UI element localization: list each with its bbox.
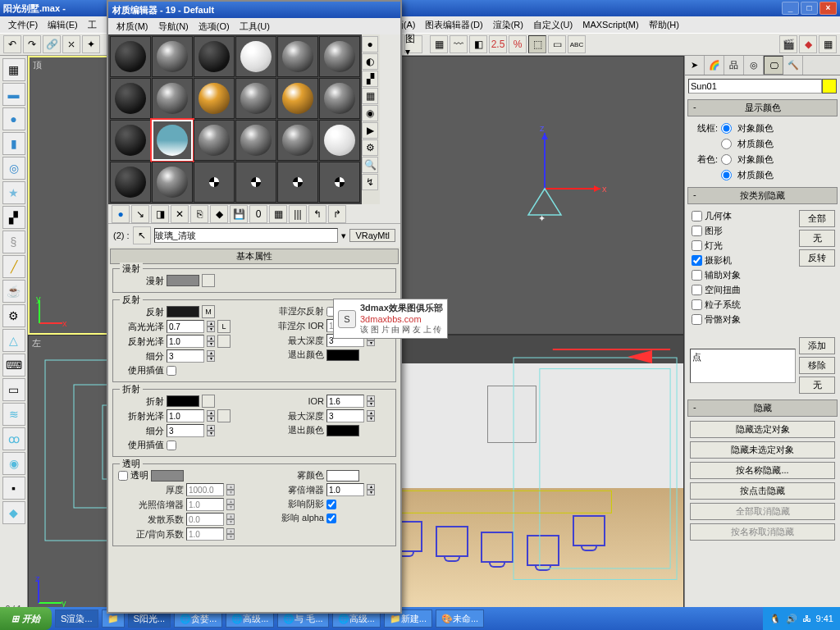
line-icon[interactable]: ╱	[2, 255, 25, 278]
object-name-field[interactable]	[688, 79, 822, 94]
make-unique-icon[interactable]: ◆	[210, 205, 228, 223]
snap-angle-icon[interactable]: 2.5	[489, 35, 507, 53]
slot[interactable]	[319, 120, 360, 161]
curve-editor-icon[interactable]: 〰	[450, 35, 468, 53]
tab-display-icon[interactable]: 🖵	[764, 56, 783, 75]
menu-help[interactable]: 帮助(H)	[644, 19, 684, 31]
diffuse-map-button[interactable]	[202, 274, 215, 287]
hide-byhit-button[interactable]: 按点击隐藏	[690, 482, 835, 500]
slot[interactable]	[152, 36, 193, 77]
put-to-lib-icon[interactable]: 💾	[230, 205, 248, 223]
wire-matcolor-radio[interactable]	[721, 139, 732, 149]
show-map-icon[interactable]: ▦	[269, 205, 287, 223]
close-button[interactable]: ×	[819, 2, 837, 15]
link-icon[interactable]: 🔗	[43, 35, 61, 53]
menu-render[interactable]: 渲染(R)	[488, 19, 528, 31]
slot[interactable]	[277, 162, 318, 203]
snap-toggle-icon[interactable]: ⬚	[528, 35, 546, 53]
reflect-color-swatch[interactable]	[167, 306, 199, 317]
sample-uv-icon[interactable]: ▦	[362, 88, 378, 104]
refl-subdiv-spinner[interactable]: 3	[167, 349, 204, 363]
rglossy-spinner[interactable]: 1.0	[167, 335, 204, 348]
slot[interactable]	[235, 36, 276, 77]
helix-icon[interactable]: §	[2, 231, 25, 253]
slot[interactable]	[194, 36, 235, 77]
capsule-icon[interactable]: ◉	[2, 452, 25, 475]
slot[interactable]	[110, 78, 151, 119]
backlight-icon[interactable]: ◐	[362, 53, 378, 70]
menu-file[interactable]: 文件(F)	[3, 19, 43, 31]
plane-icon[interactable]: ▭	[2, 378, 25, 401]
shade-matcolor-radio[interactable]	[721, 170, 732, 180]
cat-light-check[interactable]	[692, 240, 702, 251]
slot[interactable]	[319, 36, 360, 77]
refr-exit-swatch[interactable]	[326, 425, 359, 436]
task-item[interactable]: 🎨 未命...	[436, 609, 484, 628]
slot[interactable]	[194, 162, 235, 203]
transl-color-swatch[interactable]	[151, 470, 184, 482]
diffuse-color-swatch[interactable]	[167, 275, 199, 286]
rollout-basic-params[interactable]: 基本属性	[110, 249, 399, 264]
layer-icon[interactable]: ▦	[430, 35, 448, 53]
slot-selected[interactable]	[152, 120, 193, 161]
refl-interp-check[interactable]	[167, 366, 176, 376]
rollout-display-color[interactable]: -显示颜色	[687, 99, 838, 116]
cylinder-icon[interactable]: ▮	[2, 132, 25, 155]
hglossy-spinner[interactable]: 0.7	[167, 320, 204, 333]
bind-space-icon[interactable]: ✦	[82, 35, 100, 53]
render-setup-icon[interactable]: 🎬	[779, 35, 797, 53]
quick-render-icon[interactable]: ◆	[799, 35, 817, 53]
pts-add-button[interactable]: 添加	[799, 337, 835, 354]
tab-modify-icon[interactable]: 🌈	[705, 56, 724, 75]
rollout-hide[interactable]: -隐藏	[687, 399, 838, 417]
options-icon[interactable]: ⚙	[362, 139, 378, 156]
tab-create-icon[interactable]: ➤	[685, 56, 705, 75]
hide-byname-button[interactable]: 按名称隐藏...	[690, 462, 835, 479]
pts-remove-button[interactable]: 移除	[799, 357, 835, 374]
system-tray[interactable]: 🐧 🔊 🖧 9:41	[763, 607, 840, 630]
affect-alpha-check[interactable]	[326, 514, 336, 523]
shade-objcolor-radio[interactable]	[721, 154, 732, 165]
cat-geom-check[interactable]	[692, 211, 702, 221]
me-menu-nav[interactable]: 导航(N)	[153, 21, 194, 33]
mat-map-nav-icon[interactable]: ↯	[362, 174, 378, 190]
hide-sel-button[interactable]: 隐藏选定对象	[690, 421, 835, 438]
slot[interactable]	[277, 120, 318, 161]
cat-particle-check[interactable]	[692, 299, 702, 310]
hide-unsel-button[interactable]: 隐藏未选定对象	[690, 441, 835, 459]
slot[interactable]	[319, 78, 360, 119]
cat-bone-check[interactable]	[692, 314, 702, 325]
slot[interactable]	[152, 78, 193, 119]
get-material-icon[interactable]: ●	[112, 205, 130, 223]
teapot-icon[interactable]: ☕	[2, 280, 25, 303]
slot[interactable]	[319, 162, 360, 203]
refract-color-swatch[interactable]	[167, 395, 199, 407]
me-menu-material[interactable]: 材质(M)	[112, 21, 153, 33]
star-icon[interactable]: ★	[2, 181, 25, 204]
tab-objects-icon[interactable]: ▦	[2, 58, 25, 81]
knot-icon[interactable]: ꝏ	[2, 427, 25, 450]
assign-icon[interactable]: ◨	[151, 205, 169, 223]
sphere-icon[interactable]: ●	[2, 107, 25, 130]
refr-interp-check[interactable]	[167, 441, 176, 450]
pts-none-button[interactable]: 无	[799, 377, 835, 394]
torus-icon[interactable]: ◎	[2, 157, 25, 180]
fog-color-swatch[interactable]	[326, 470, 359, 482]
named-sel-icon[interactable]: ▭	[548, 35, 566, 53]
reset-icon[interactable]: ✕	[171, 205, 189, 223]
go-sibling-icon[interactable]: ↱	[328, 205, 346, 223]
video-check-icon[interactable]: ◉	[362, 105, 378, 121]
tray-qq-icon[interactable]: 🐧	[769, 614, 781, 624]
ior-spinner[interactable]: 1.6	[326, 395, 364, 408]
make-copy-icon[interactable]: ⎘	[190, 205, 208, 223]
slot[interactable]	[110, 36, 151, 77]
tab-hierarchy-icon[interactable]: 品	[724, 56, 744, 75]
me-menu-tools[interactable]: 工具(U)	[235, 21, 275, 33]
sample-type-icon[interactable]: ●	[362, 36, 378, 52]
refl-exit-swatch[interactable]	[326, 349, 359, 361]
material-name-field[interactable]	[154, 228, 339, 243]
unlink-icon[interactable]: ⤫	[62, 35, 80, 53]
slot[interactable]	[235, 120, 276, 161]
fog-mult-spinner[interactable]: 1.0	[326, 483, 364, 496]
start-button[interactable]: ⊞开始	[0, 607, 52, 630]
